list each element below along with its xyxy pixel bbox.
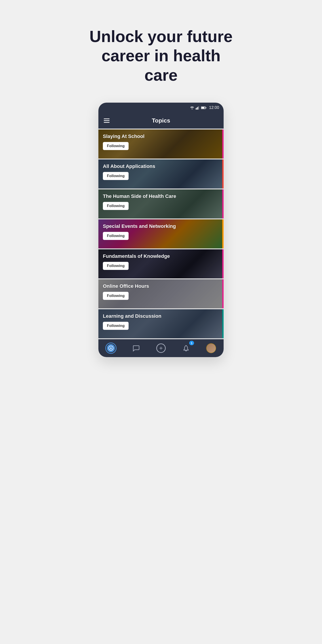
bottom-nav: A + 1	[98, 339, 224, 357]
following-button-human[interactable]: Following	[103, 202, 128, 210]
plus-icon: +	[156, 344, 166, 353]
page-title: Topics	[114, 117, 218, 124]
svg-rect-0	[196, 108, 196, 110]
accent-bar-fundamentals	[222, 249, 224, 278]
app-header: Topics	[98, 113, 224, 128]
topics-list: Slaying At SchoolFollowingAll About Appl…	[98, 128, 224, 339]
accent-bar-slaying	[222, 130, 224, 158]
nav-chat-button[interactable]	[129, 342, 143, 354]
topic-title-office: Online Office Hours	[103, 283, 219, 289]
topic-card-events[interactable]: Special Events and NetworkingFollowing	[98, 219, 224, 248]
user-avatar	[206, 343, 216, 353]
following-button-office[interactable]: Following	[103, 292, 128, 300]
topic-card-slaying[interactable]: Slaying At SchoolFollowing	[98, 130, 224, 158]
chat-icon	[132, 345, 140, 352]
topic-card-learning[interactable]: Learning and DiscussionFollowing	[98, 309, 224, 338]
phone-frame: 12:00 Topics Slaying At SchoolFollowingA…	[98, 103, 224, 357]
svg-rect-2	[198, 107, 198, 110]
battery-icon	[201, 106, 206, 109]
topic-title-slaying: Slaying At School	[103, 134, 219, 139]
following-button-slaying[interactable]: Following	[103, 142, 128, 150]
following-button-learning[interactable]: Following	[103, 322, 128, 330]
status-time: 12:00	[209, 105, 219, 110]
accent-bar-human	[222, 190, 224, 218]
svg-rect-1	[196, 108, 197, 110]
accent-bar-events	[222, 219, 224, 248]
amp-logo: A	[107, 344, 115, 352]
nav-add-button[interactable]: +	[154, 342, 168, 354]
svg-rect-5	[201, 107, 204, 108]
following-button-applications[interactable]: Following	[103, 172, 128, 180]
hero-title: Unlock your future career in health care	[83, 27, 239, 85]
topic-card-office[interactable]: Online Office HoursFollowing	[98, 279, 224, 308]
hamburger-menu-button[interactable]	[104, 118, 110, 123]
bell-icon	[183, 345, 190, 352]
status-icons: 12:00	[190, 105, 219, 110]
topic-title-human: The Human Side of Health Care	[103, 194, 219, 199]
topic-title-events: Special Events and Networking	[103, 224, 219, 229]
accent-bar-office	[222, 279, 224, 308]
following-button-fundamentals[interactable]: Following	[103, 262, 128, 270]
signal-icon	[196, 106, 200, 110]
home-icon-circle: A	[105, 342, 116, 354]
wifi-icon	[190, 106, 194, 110]
topic-card-fundamentals[interactable]: Fundamentals of KnowledgeFollowing	[98, 249, 224, 278]
svg-rect-3	[198, 106, 199, 110]
nav-profile-button[interactable]	[204, 342, 218, 354]
topic-card-applications[interactable]: All About ApplicationsFollowing	[98, 160, 224, 188]
status-bar: 12:00	[98, 103, 224, 113]
notification-badge: 1	[189, 341, 194, 345]
svg-text:A: A	[110, 346, 112, 350]
following-button-events[interactable]: Following	[103, 232, 128, 240]
svg-rect-6	[206, 107, 206, 108]
nav-home-button[interactable]: A	[104, 342, 118, 354]
accent-bar-learning	[222, 309, 224, 338]
nav-notifications-button[interactable]: 1	[179, 342, 193, 354]
topic-title-learning: Learning and Discussion	[103, 313, 219, 319]
topic-title-applications: All About Applications	[103, 164, 219, 169]
topic-title-fundamentals: Fundamentals of Knowledge	[103, 253, 219, 259]
accent-bar-applications	[222, 160, 224, 188]
topic-card-human[interactable]: The Human Side of Health CareFollowing	[98, 190, 224, 218]
